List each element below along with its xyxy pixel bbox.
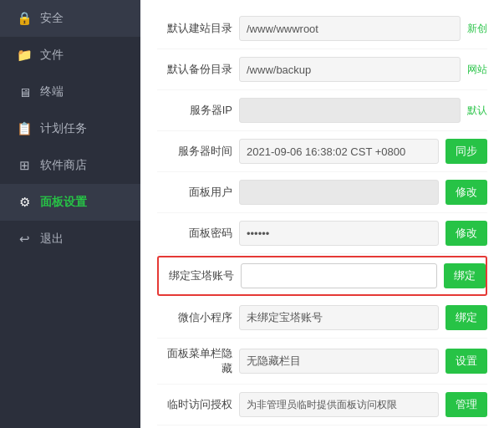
label-server-time: 服务器时间 (157, 144, 232, 159)
right-links-default-backup-dir: 网站 (467, 63, 487, 77)
set-menu-hide-button[interactable]: 设置 (445, 349, 487, 374)
label-default-backup-dir: 默认备份目录 (157, 62, 232, 77)
sidebar-item-terminal[interactable]: 🖥 终端 (0, 74, 140, 110)
sidebar-label-terminal: 终端 (40, 84, 64, 99)
row-panel-user: 面板用户 修改 (157, 172, 487, 213)
sidebar-label-panel-settings: 面板设置 (40, 195, 87, 210)
label-temp-access: 临时访问授权 (157, 397, 232, 412)
files-icon: 📁 (17, 48, 32, 63)
sidebar-label-app-store: 软件商店 (40, 158, 87, 173)
input-default-backup-dir[interactable] (239, 57, 461, 82)
row-bind-account: 绑定宝塔账号 绑定 (157, 256, 487, 296)
sidebar-item-panel-settings[interactable]: ⚙ 面板设置 (0, 184, 140, 221)
sidebar-item-security[interactable]: 🔒 安全 (0, 0, 140, 37)
input-panel-user[interactable] (239, 180, 439, 205)
logout-icon: ↩ (17, 232, 32, 247)
row-wechat-mini: 微信小程序 未绑定宝塔账号 绑定 (157, 298, 487, 339)
sidebar-item-logout[interactable]: ↩ 退出 (0, 221, 140, 257)
main-content: 默认建站目录 新创 默认备份目录 网站 服务器IP 默认 服务器时间 (140, 0, 504, 428)
input-server-time[interactable] (239, 139, 439, 164)
row-server-time: 服务器时间 同步 (157, 131, 487, 172)
row-server-ip: 服务器IP 默认 (157, 90, 487, 131)
value-wechat-mini: 未绑定宝塔账号 (239, 305, 439, 330)
label-panel-menu-hide: 面板菜单栏隐藏 (157, 346, 232, 376)
input-server-ip[interactable] (239, 98, 461, 123)
modify-user-button[interactable]: 修改 (445, 180, 487, 205)
manage-temp-access-button[interactable]: 管理 (445, 392, 487, 417)
link-website[interactable]: 网站 (467, 63, 487, 77)
value-temp-access: 为非管理员临时提供面板访问权限 (239, 392, 439, 417)
panel-settings-icon: ⚙ (17, 195, 32, 210)
settings-form: 默认建站目录 新创 默认备份目录 网站 服务器IP 默认 服务器时间 (140, 0, 504, 428)
bind-account-button[interactable]: 绑定 (444, 263, 486, 288)
terminal-icon: 🖥 (17, 84, 32, 99)
sidebar-label-files: 文件 (40, 48, 64, 63)
label-wechat-mini: 微信小程序 (157, 310, 232, 325)
link-default[interactable]: 默认 (467, 104, 487, 118)
sidebar-label-logout: 退出 (40, 232, 64, 247)
row-panel-password: 面板密码 修改 (157, 213, 487, 254)
app-store-icon: ⊞ (17, 158, 32, 173)
sidebar: 🔒 安全 📁 文件 🖥 终端 📋 计划任务 ⊞ 软件商店 ⚙ 面板设置 ↩ 退出 (0, 0, 140, 428)
security-icon: 🔒 (17, 11, 32, 26)
scheduled-tasks-icon: 📋 (17, 121, 32, 136)
sidebar-label-security: 安全 (40, 11, 64, 26)
sidebar-item-scheduled-tasks[interactable]: 📋 计划任务 (0, 110, 140, 147)
sidebar-label-scheduled-tasks: 计划任务 (40, 121, 87, 136)
row-default-site-dir: 默认建站目录 新创 (157, 8, 487, 49)
label-bind-account: 绑定宝塔账号 (159, 268, 234, 283)
sync-button[interactable]: 同步 (445, 139, 487, 164)
label-server-ip: 服务器IP (157, 103, 232, 118)
bind-wechat-button[interactable]: 绑定 (445, 305, 487, 330)
label-panel-password: 面板密码 (157, 226, 232, 241)
row-temp-access: 临时访问授权 为非管理员临时提供面板访问权限 管理 (157, 385, 487, 425)
value-panel-menu-hide: 无隐藏栏目 (239, 349, 439, 374)
link-new-create[interactable]: 新创 (467, 22, 487, 36)
input-bind-account[interactable] (241, 263, 437, 288)
sidebar-item-app-store[interactable]: ⊞ 软件商店 (0, 147, 140, 184)
label-default-site-dir: 默认建站目录 (157, 21, 232, 36)
modify-password-button[interactable]: 修改 (445, 221, 487, 246)
right-links-default-site-dir: 新创 (467, 22, 487, 36)
label-panel-user: 面板用户 (157, 185, 232, 200)
row-panel-menu-hide: 面板菜单栏隐藏 无隐藏栏目 设置 (157, 339, 487, 385)
input-panel-password[interactable] (239, 221, 439, 246)
sidebar-item-files[interactable]: 📁 文件 (0, 37, 140, 74)
row-default-backup-dir: 默认备份目录 网站 (157, 49, 487, 90)
right-links-server-ip: 默认 (467, 104, 487, 118)
input-default-site-dir[interactable] (239, 16, 461, 41)
